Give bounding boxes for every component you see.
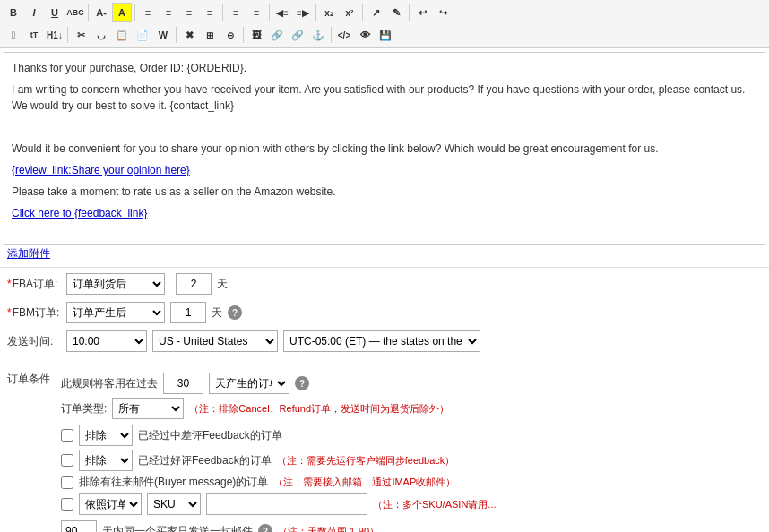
checkbox3-note: （注：需要接入邮箱，通过IMAP收邮件）: [273, 476, 455, 489]
order-type-row: 订单类型: 所有 FBA FBM （注：排除Cancel、Refund订单，发送…: [61, 398, 497, 419]
redo-button[interactable]: ↪: [433, 3, 453, 22]
align-left-button[interactable]: ≡: [138, 3, 158, 22]
separator: [409, 4, 410, 21]
editor-area[interactable]: Thanks for your purchase, Order ID: {ORD…: [4, 52, 765, 245]
add-attachment-link[interactable]: 添加附件: [7, 247, 50, 260]
fbm-dropdown[interactable]: 订单产生后 订单到货后: [66, 302, 165, 323]
sku-note: （注：多个SKU/ASIN请用...: [373, 498, 497, 511]
btn2[interactable]: ✎: [386, 3, 406, 22]
cut-button[interactable]: ✂: [71, 25, 91, 45]
order-conditions-section: 订单条件 此规则将客用在过去 天产生的订单 ? 订单类型: 所有 FBA: [0, 365, 769, 532]
separator: [243, 27, 244, 43]
add-attachment-section: 添加附件: [0, 245, 769, 267]
anchor-button[interactable]: ⚓: [308, 25, 328, 45]
italic-button[interactable]: I: [24, 3, 44, 22]
save-button[interactable]: 💾: [376, 25, 395, 45]
align-center-button[interactable]: ≡: [159, 3, 178, 22]
checkbox2-row: 排除 已经过好评Feedback的订单 （注：需要先运行客户端同步feedbac…: [61, 450, 497, 471]
checkbox3-desc: 排除有往来邮件(Buyer message)的订单: [79, 475, 268, 490]
separator: [67, 27, 68, 43]
timezone-select[interactable]: UTC-05:00 (ET) — the states on the Atla: [283, 330, 480, 352]
font-button[interactable]: 𝒧: [4, 25, 23, 45]
fba-unit: 天: [217, 277, 228, 292]
font-highlight-button[interactable]: A: [112, 3, 132, 22]
order-type-select[interactable]: 所有 FBA FBM: [112, 398, 184, 419]
last-send-desc: 天内同一个买家只发送一封邮件: [102, 524, 253, 533]
sku-row: 依照订单 SKU （注：多个SKU/ASIN请用...: [61, 493, 497, 515]
fbm-order-row: FBM订单: 订单产生后 订单到货后 天 ?: [7, 302, 762, 323]
fba-days-input[interactable]: [176, 273, 212, 295]
conditions-period-select[interactable]: 天产生的订单: [209, 373, 289, 394]
underline-button[interactable]: U: [45, 3, 65, 22]
btn1[interactable]: ↗: [366, 3, 385, 22]
link-button[interactable]: 🔗: [267, 25, 287, 45]
undo-button[interactable]: ↩: [412, 3, 432, 22]
paste-text-button[interactable]: 📄: [133, 25, 152, 45]
last-send-help-icon[interactable]: ?: [258, 524, 272, 532]
source-button[interactable]: </>: [334, 25, 354, 45]
indent-increase-button[interactable]: ≡▶: [293, 3, 313, 22]
conditions-days-row: 此规则将客用在过去 天产生的订单 ?: [61, 373, 497, 394]
form-section: FBA订单: 订单到货后 订单产生后 天 FBM订单: 订单产生后 订单到货后 …: [0, 267, 769, 365]
sku-action-select[interactable]: 依照订单: [79, 493, 142, 515]
paste-button[interactable]: 📋: [112, 25, 132, 45]
fba-order-label: FBA订单:: [7, 277, 61, 292]
separator: [331, 27, 332, 43]
checkbox1-action[interactable]: 排除: [79, 425, 133, 446]
sku-checkbox[interactable]: [61, 498, 73, 511]
checkbox2[interactable]: [61, 454, 73, 467]
fba-dropdown[interactable]: 订单到货后 订单产生后: [66, 273, 165, 295]
checkbox3[interactable]: [61, 476, 73, 489]
table-button[interactable]: ⊞: [200, 25, 220, 45]
align-right-button[interactable]: ≡: [179, 3, 199, 22]
checkbox1[interactable]: [61, 429, 73, 442]
checkbox1-desc: 已经过中差评Feedback的订单: [138, 428, 282, 443]
h1-button[interactable]: H1↓: [45, 25, 65, 45]
last-send-row: 天内同一个买家只发送一封邮件 ? （注：天数范围 1-90）: [61, 520, 497, 532]
cell-button[interactable]: ⊝: [220, 25, 240, 45]
font-decrease-button[interactable]: A-: [91, 3, 111, 22]
fbm-days-input[interactable]: [170, 302, 206, 323]
copy-button[interactable]: ◡: [91, 25, 111, 45]
last-send-days-input[interactable]: [61, 520, 97, 532]
align-justify-button[interactable]: ≡: [200, 3, 220, 22]
editor-content: Thanks for your purchase, Order ID: {ORD…: [12, 60, 757, 245]
separator: [176, 27, 177, 43]
separator: [134, 4, 135, 21]
fbm-help-icon[interactable]: ?: [228, 305, 242, 320]
separator: [315, 4, 316, 21]
checkbox2-desc: 已经过好评Feedback的订单: [138, 453, 272, 468]
unlink-button[interactable]: 🔗: [288, 25, 307, 45]
separator: [222, 4, 223, 21]
fbm-unit: 天: [212, 305, 222, 321]
region-select[interactable]: US - United States: [152, 330, 278, 352]
order-conditions-label: 订单条件: [7, 369, 54, 387]
conditions-days-input[interactable]: [163, 373, 203, 394]
paste-word-button[interactable]: W: [153, 25, 173, 45]
checkbox1-row: 排除 已经过中差评Feedback的订单: [61, 425, 497, 446]
list-bullet-button[interactable]: ≡: [226, 3, 246, 22]
time-select[interactable]: 10:00: [66, 330, 147, 352]
strikethrough-button[interactable]: ABC: [65, 3, 85, 22]
bold-button[interactable]: B: [4, 3, 23, 22]
sku-input[interactable]: [206, 493, 367, 515]
conditions-help-icon[interactable]: ?: [295, 376, 309, 390]
separator: [88, 4, 89, 21]
subscript-button[interactable]: x₂: [319, 3, 339, 22]
font-size-button[interactable]: tT: [24, 25, 44, 45]
list-ordered-button[interactable]: ≡: [246, 3, 266, 22]
checkbox2-action[interactable]: 排除: [79, 450, 133, 471]
fba-order-row: FBA订单: 订单到货后 订单产生后 天: [7, 273, 762, 295]
superscript-button[interactable]: x²: [340, 3, 359, 22]
image-button[interactable]: 🖼: [246, 25, 266, 45]
sku-type-select[interactable]: SKU: [147, 493, 201, 515]
preview-button[interactable]: 👁: [355, 25, 375, 45]
remove-format-button[interactable]: ✖: [179, 25, 199, 45]
send-time-label: 发送时间:: [7, 334, 61, 349]
fbm-order-label: FBM订单:: [7, 305, 61, 321]
indent-decrease-button[interactable]: ◀≡: [272, 3, 292, 22]
separator: [362, 4, 363, 21]
separator: [269, 4, 270, 21]
checkbox2-note: （注：需要先运行客户端同步feedback）: [277, 454, 455, 468]
send-time-row: 发送时间: 10:00 US - United States UTC-05:00…: [7, 330, 762, 352]
